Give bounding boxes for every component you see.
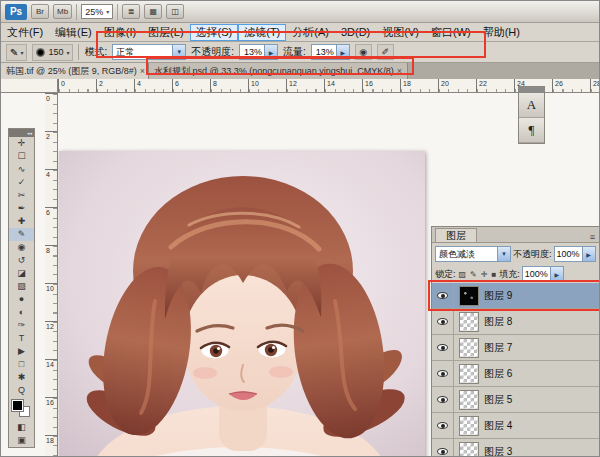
menu-item[interactable]: 图层(L) xyxy=(142,24,189,41)
eyedropper-tool[interactable]: ✒ xyxy=(9,202,34,215)
menu-item[interactable]: 帮助(H) xyxy=(477,24,526,41)
zoom-tool[interactable]: Q xyxy=(9,384,34,397)
menu-item[interactable]: 选择(S) xyxy=(190,24,239,41)
eraser-tool[interactable]: ◪ xyxy=(9,267,34,280)
layer-row[interactable]: 图层 9 xyxy=(432,283,600,309)
layer-row[interactable]: 图层 7 xyxy=(432,335,600,361)
document-tab-title: 韩国.tif @ 25% (图层 9, RGB/8#) xyxy=(6,65,137,78)
tab-layers[interactable]: 图层 xyxy=(435,228,477,242)
character-panel-button[interactable]: A xyxy=(519,93,544,118)
layer-thumbnail[interactable] xyxy=(459,312,479,332)
brush-tool[interactable]: ✎ xyxy=(9,228,34,241)
blur-tool[interactable]: ● xyxy=(9,293,34,306)
document-tab[interactable]: 水利规划.psd @ 33.3% (nongcunanquan yingshui… xyxy=(149,63,408,79)
dropdown-arrow-icon[interactable]: ▼ xyxy=(172,45,185,59)
close-icon[interactable]: × xyxy=(397,66,402,76)
layer-thumbnail[interactable] xyxy=(459,442,479,457)
foreground-color-swatch[interactable] xyxy=(12,400,23,411)
brush-preset-picker[interactable]: 150 ▾ xyxy=(32,44,73,61)
layer-thumbnail[interactable] xyxy=(459,364,479,384)
airbrush-button[interactable]: ◉ xyxy=(355,44,372,60)
opacity-input[interactable]: 13% ▶ xyxy=(239,44,278,60)
close-icon[interactable]: × xyxy=(140,66,145,76)
quick-selection-tool[interactable]: ✓ xyxy=(9,176,34,189)
spinner-arrow-icon[interactable]: ▶ xyxy=(264,45,277,59)
lock-position-icon[interactable]: ✛ xyxy=(480,270,489,279)
quick-mask-button[interactable]: ◧ xyxy=(9,421,34,434)
arrange-documents-button[interactable]: ◫ xyxy=(166,4,184,19)
dodge-tool[interactable]: ◐ xyxy=(9,306,34,319)
pen-tool[interactable]: ✑ xyxy=(9,319,34,332)
lock-all-icon[interactable]: ■ xyxy=(490,270,497,279)
dropdown-arrow-icon[interactable]: ▼ xyxy=(497,247,510,261)
opacity-value: 13% xyxy=(240,47,264,57)
layer-thumbnail[interactable] xyxy=(459,416,479,436)
tool-icon: ✓ xyxy=(18,178,26,187)
menu-item[interactable]: 滤镜(T) xyxy=(238,24,286,41)
layer-row[interactable]: 图层 8 xyxy=(432,309,600,335)
menu-item[interactable]: 视图(V) xyxy=(376,24,425,41)
layer-row[interactable]: 图层 4 xyxy=(432,413,600,439)
lock-pixels-icon[interactable]: ✎ xyxy=(469,270,478,279)
visibility-toggle[interactable] xyxy=(432,361,454,386)
lasso-tool[interactable]: ∿ xyxy=(9,163,34,176)
move-tool[interactable]: ✛ xyxy=(9,137,34,150)
menu-item[interactable]: 3D(D) xyxy=(335,25,376,39)
path-selection-tool[interactable]: ▶ xyxy=(9,345,34,358)
menu-item[interactable]: 分析(A) xyxy=(286,24,335,41)
history-brush-tool[interactable]: ↺ xyxy=(9,254,34,267)
gradient-tool[interactable]: ▨ xyxy=(9,280,34,293)
layer-thumbnail[interactable] xyxy=(459,390,479,410)
spinner-arrow-icon[interactable]: ▶ xyxy=(582,247,595,261)
visibility-toggle[interactable] xyxy=(432,283,454,308)
menu-item[interactable]: 窗口(W) xyxy=(425,24,477,41)
document-tab[interactable]: 韩国.tif @ 25% (图层 9, RGB/8#) × xyxy=(1,63,149,79)
layer-opacity-input[interactable]: 100% ▶ xyxy=(554,246,596,262)
bridge-button[interactable]: Br xyxy=(31,4,49,19)
tool-palette-header[interactable]: ◂◂ xyxy=(9,129,34,137)
ruler-tick: 12 xyxy=(45,321,57,359)
layer-blend-mode-select[interactable]: 颜色减淡 ▼ xyxy=(435,246,511,262)
screen-mode-button[interactable]: ▣ xyxy=(9,434,34,447)
layer-thumbnail[interactable] xyxy=(459,338,479,358)
menu-item[interactable]: 文件(F) xyxy=(1,24,49,41)
tool-preset-picker[interactable]: ✎ ▾ xyxy=(6,44,27,61)
layer-row[interactable]: 图层 3 xyxy=(432,439,600,457)
visibility-toggle[interactable] xyxy=(432,387,454,412)
layer-row[interactable]: 图层 6 xyxy=(432,361,600,387)
visibility-toggle[interactable] xyxy=(432,335,454,360)
ruler-tick: 12 xyxy=(286,79,324,93)
menu-item[interactable]: 图像(I) xyxy=(98,24,142,41)
marquee-tool[interactable]: ☐ xyxy=(9,150,34,163)
layer-fill-input[interactable]: 100% ▶ xyxy=(522,266,564,282)
paragraph-panel-button[interactable]: ¶ xyxy=(519,118,544,143)
spinner-arrow-icon[interactable]: ▶ xyxy=(550,267,563,281)
zoom-level-select[interactable]: 25% ▾ xyxy=(81,4,113,19)
crop-tool[interactable]: ✂ xyxy=(9,189,34,202)
lock-transparency-icon[interactable]: ▨ xyxy=(458,270,468,279)
minibridge-button[interactable]: Mb xyxy=(53,4,72,19)
chevron-down-icon: ▾ xyxy=(20,49,23,56)
blend-mode-select[interactable]: 正常 ▼ xyxy=(112,44,186,60)
flow-input[interactable]: 13% ▶ xyxy=(311,44,350,60)
type-tool[interactable]: T xyxy=(9,332,34,345)
view-extras-button[interactable]: ≣ xyxy=(122,4,140,19)
tool-icon: ✒ xyxy=(18,204,26,213)
visibility-toggle[interactable] xyxy=(432,309,454,334)
clone-stamp-tool[interactable]: ◉ xyxy=(9,241,34,254)
layer-thumbnail[interactable] xyxy=(459,286,479,306)
grid-overlay-button[interactable]: ▦ xyxy=(144,4,162,19)
visibility-toggle[interactable] xyxy=(432,439,454,457)
canvas-portrait-image[interactable] xyxy=(59,151,425,457)
layer-row[interactable]: 图层 5 xyxy=(432,387,600,413)
tablet-pressure-button[interactable]: ✐ xyxy=(377,44,394,60)
tool-icon: ◪ xyxy=(17,269,26,278)
visibility-toggle[interactable] xyxy=(432,413,454,438)
hand-tool[interactable]: ✱ xyxy=(9,371,34,384)
titlebar-button-label: Br xyxy=(36,7,44,16)
panel-menu-icon[interactable]: ≡ xyxy=(585,232,600,242)
spinner-arrow-icon[interactable]: ▶ xyxy=(336,45,349,59)
healing-brush-tool[interactable]: ✚ xyxy=(9,215,34,228)
menu-item[interactable]: 编辑(E) xyxy=(49,24,98,41)
shape-tool[interactable]: □ xyxy=(9,358,34,371)
